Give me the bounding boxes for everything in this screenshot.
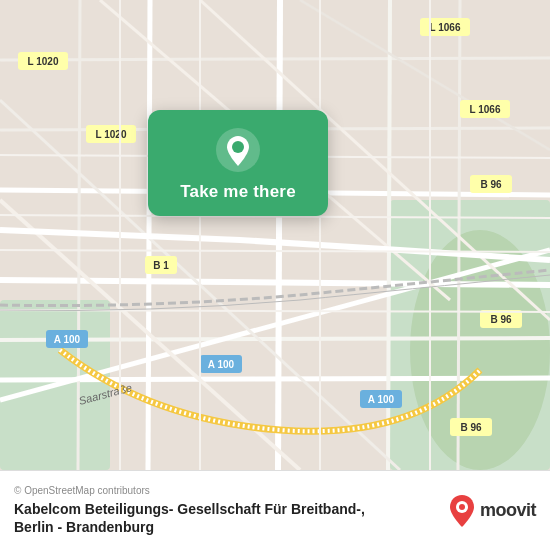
svg-line-9 (0, 58, 550, 60)
svg-text:L 1020: L 1020 (28, 56, 59, 67)
location-info: © OpenStreetMap contributors Kabelcom Be… (14, 485, 438, 536)
svg-text:L 1020: L 1020 (96, 129, 127, 140)
moovit-label: moovit (480, 500, 536, 521)
take-me-there-label: Take me there (180, 182, 296, 202)
svg-text:A 100: A 100 (368, 394, 395, 405)
svg-point-53 (232, 141, 244, 153)
location-subtitle: Berlin - Brandenburg (14, 518, 438, 536)
take-me-there-card[interactable]: Take me there (148, 110, 328, 216)
location-title: Kabelcom Beteiligungs- Gesellschaft Für … (14, 500, 438, 518)
svg-text:B 96: B 96 (460, 422, 482, 433)
svg-text:L 1066: L 1066 (430, 22, 461, 33)
svg-text:A 100: A 100 (208, 359, 235, 370)
svg-text:B 1: B 1 (153, 260, 169, 271)
svg-text:A 100: A 100 (54, 334, 81, 345)
location-pin-icon (216, 128, 260, 172)
svg-text:B 96: B 96 (490, 314, 512, 325)
map-container: L 1020 L 1066 L 1066 B 96 B 96 B 96 B 1 … (0, 0, 550, 470)
moovit-logo: moovit (448, 494, 536, 528)
svg-text:L 1066: L 1066 (470, 104, 501, 115)
copyright-text: © OpenStreetMap contributors (14, 485, 438, 496)
svg-point-55 (459, 504, 465, 510)
moovit-pin-icon (448, 494, 476, 528)
svg-text:B 96: B 96 (480, 179, 502, 190)
bottom-bar: © OpenStreetMap contributors Kabelcom Be… (0, 470, 550, 550)
